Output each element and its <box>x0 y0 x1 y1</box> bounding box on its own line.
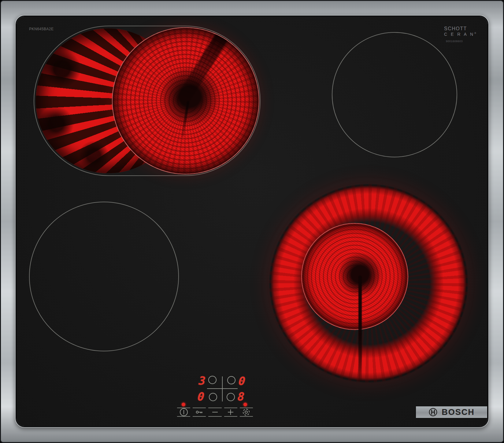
minus-button[interactable] <box>208 408 222 417</box>
schott-logo-line2: C E R A N® <box>444 31 477 37</box>
dualzone-indicator-dot <box>243 403 247 406</box>
zone-front-left-outline <box>29 202 179 351</box>
schott-ceran-logo: SCHOTT C E R A N® <box>444 26 477 37</box>
schott-logo-line1: SCHOTT <box>444 26 477 31</box>
bosch-badge: BOSCH <box>416 406 487 418</box>
bosch-emblem-icon <box>428 408 438 417</box>
part-number: 9001608603 <box>446 40 463 43</box>
display-zone-circle-front-right <box>227 393 235 401</box>
level-display-rear-left: 3 <box>197 376 207 386</box>
touch-control-row <box>176 408 254 417</box>
zone-rear-left-main-glow <box>112 27 259 174</box>
zone-front-right-inner-glow <box>301 223 408 330</box>
minus-icon <box>212 412 218 412</box>
bosch-wordmark: BOSCH <box>442 408 475 417</box>
registered-mark: ® <box>474 32 477 35</box>
childlock-button[interactable] <box>192 408 206 417</box>
power-button[interactable] <box>176 408 191 417</box>
zone-front-right <box>269 184 468 383</box>
level-display-front-right: 8 <box>236 392 246 402</box>
zone-rear-left <box>34 26 261 176</box>
power-indicator-dot <box>182 403 185 406</box>
plus-icon <box>228 409 233 415</box>
dual-zone-icon <box>243 409 250 416</box>
power-icon <box>180 408 188 416</box>
ceramic-glass-surface: PKN645BA2E SCHOTT C E R A N® 9001608603 … <box>17 16 487 426</box>
display-cross-horizontal <box>207 388 238 389</box>
display-cross-vertical <box>222 376 223 401</box>
zone-rear-right-outline <box>332 32 457 157</box>
glass-reflection-streak <box>172 27 234 109</box>
display-zone-circle-rear-right <box>227 376 235 384</box>
level-display-rear-right: 0 <box>237 376 247 386</box>
display-zone-circle-front-left <box>209 393 217 401</box>
key-icon <box>196 410 203 414</box>
plus-button[interactable] <box>224 408 238 417</box>
display-zone-circle-rear-left <box>208 376 217 384</box>
level-display-front-left: 0 <box>196 392 206 402</box>
dualzone-button[interactable] <box>239 408 254 417</box>
heat-sensor-stem <box>358 276 362 381</box>
